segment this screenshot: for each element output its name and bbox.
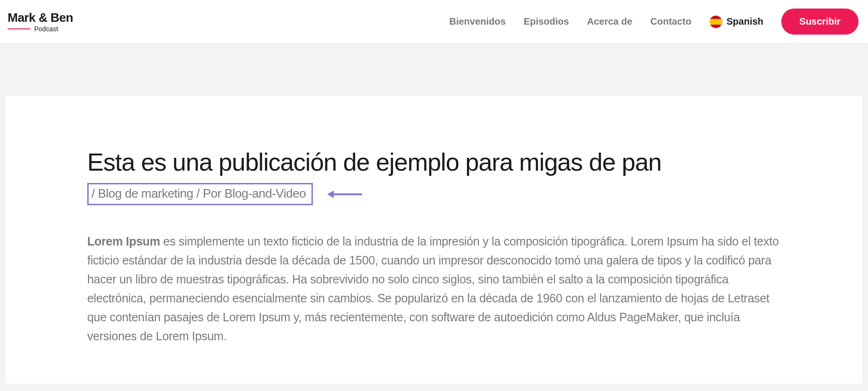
logo-sub-text: Podcast bbox=[34, 26, 58, 32]
site-logo[interactable]: Mark & Ben Podcast bbox=[8, 11, 73, 32]
main-nav: Bienvenidos Episodios Acerca de Contacto… bbox=[449, 9, 859, 35]
nav-link-acerca[interactable]: Acerca de bbox=[587, 16, 632, 27]
logo-main-text: Mark & Ben bbox=[8, 11, 73, 24]
breadcrumb-author-link[interactable]: Blog-and-Video bbox=[224, 186, 306, 200]
flag-spain-icon bbox=[710, 16, 722, 28]
post-body-lead: Lorem Ipsum bbox=[87, 235, 160, 248]
post-card: Esta es una publicación de ejemplo para … bbox=[6, 96, 862, 383]
nav-link-contacto[interactable]: Contacto bbox=[650, 16, 692, 27]
breadcrumb-highlight: / Blog de marketing / Por Blog-and-Video bbox=[87, 183, 362, 205]
breadcrumb-sep: / bbox=[91, 186, 98, 200]
subscribe-button[interactable]: Suscribir bbox=[781, 9, 859, 35]
language-switcher[interactable]: Spanish bbox=[710, 16, 764, 28]
breadcrumb-sep2: / Por bbox=[193, 186, 225, 200]
site-header: Mark & Ben Podcast Bienvenidos Episodios… bbox=[0, 0, 868, 44]
arrow-line-icon bbox=[334, 193, 362, 195]
annotation-arrow-icon bbox=[327, 191, 362, 198]
page-body: Esta es una publicación de ejemplo para … bbox=[0, 44, 868, 383]
arrow-head-icon bbox=[327, 191, 334, 198]
breadcrumb: / Blog de marketing / Por Blog-and-Video bbox=[87, 183, 313, 205]
logo-sub-row: Podcast bbox=[8, 26, 73, 32]
language-label: Spanish bbox=[727, 16, 764, 27]
post-body-rest: es simplemente un texto ficticio de la i… bbox=[87, 235, 779, 343]
breadcrumb-category-link[interactable]: Blog de marketing bbox=[98, 186, 193, 200]
nav-link-bienvenidos[interactable]: Bienvenidos bbox=[449, 16, 506, 27]
post-body: Lorem Ipsum es simplemente un texto fict… bbox=[87, 232, 781, 346]
nav-link-episodios[interactable]: Episodios bbox=[524, 16, 569, 27]
logo-underline-icon bbox=[8, 28, 30, 29]
post-title: Esta es una publicación de ejemplo para … bbox=[87, 148, 781, 176]
